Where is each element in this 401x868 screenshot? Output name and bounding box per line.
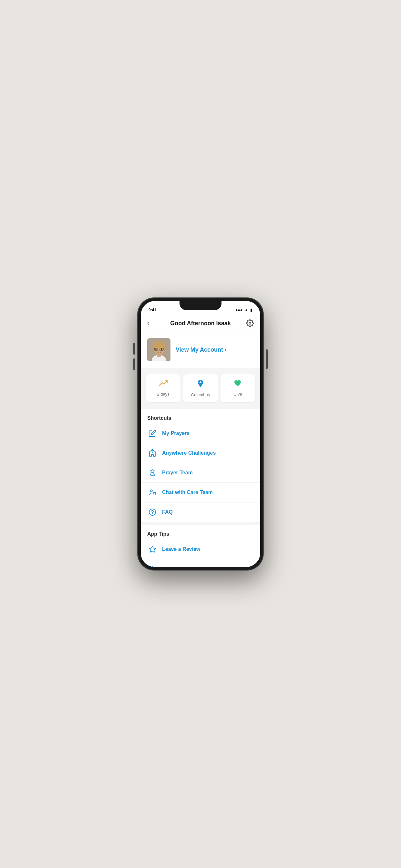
shortcut-chat-care-team-label: Chat with Care Team: [162, 490, 213, 495]
location-icon: [197, 379, 204, 390]
shortcut-faq[interactable]: FAQ: [141, 502, 260, 522]
hands-icon: [147, 468, 158, 478]
stat-location-label: Columbus: [191, 392, 210, 397]
stat-location[interactable]: Columbus: [183, 374, 218, 402]
svg-point-14: [199, 381, 202, 383]
shortcut-prayer-team-label: Prayer Team: [162, 470, 193, 476]
church-icon: [147, 448, 158, 458]
phone-frame: 9:41 ●●● ▲ ▮ ‹ Good Afternoon Isaak: [137, 298, 264, 570]
view-account-link[interactable]: View My Account ›: [176, 346, 226, 353]
wifi-icon: ▲: [244, 308, 248, 312]
svg-point-20: [150, 566, 153, 567]
settings-button[interactable]: [243, 319, 254, 327]
svg-point-16: [150, 490, 152, 492]
stats-row: 2 days Columbus: [141, 370, 260, 406]
shortcuts-section: Shortcuts My Prayers: [141, 409, 260, 522]
pencil-icon: [147, 428, 158, 438]
app-tips-title: App Tips: [141, 525, 260, 539]
svg-point-15: [152, 453, 153, 454]
view-account-arrow: ›: [224, 346, 226, 353]
gear-icon: [246, 319, 254, 327]
svg-point-13: [156, 352, 162, 354]
shortcut-prayer-team[interactable]: Prayer Team: [141, 463, 260, 483]
shortcut-my-prayers[interactable]: My Prayers: [141, 424, 260, 443]
stat-streak-label: 2 days: [157, 392, 169, 397]
svg-point-12: [161, 348, 162, 350]
shortcut-faq-label: FAQ: [162, 509, 173, 515]
shortcut-chat-care-team[interactable]: Chat with Care Team: [141, 483, 260, 502]
profile-section: View My Account ›: [141, 333, 260, 370]
person-chat-icon: [147, 487, 158, 498]
svg-point-11: [155, 348, 157, 350]
tip-complete-account[interactable]: Complete Your Account: [141, 559, 260, 567]
power-button: [266, 349, 268, 369]
volume-up-button: [133, 343, 135, 354]
stat-give[interactable]: Give: [220, 374, 255, 402]
notch: [180, 301, 221, 310]
shortcut-my-prayers-label: My Prayers: [162, 430, 189, 436]
screen-content: ‹ Good Afternoon Isaak: [141, 315, 260, 567]
avatar: [147, 338, 171, 361]
shortcuts-title: Shortcuts: [141, 409, 260, 424]
tip-leave-review-label: Leave a Review: [162, 547, 200, 552]
stat-streak[interactable]: 2 days: [146, 374, 181, 402]
back-button[interactable]: ‹: [147, 319, 158, 328]
volume-down-button: [133, 359, 135, 370]
trending-icon: [159, 379, 168, 389]
person-add-icon: [147, 564, 158, 567]
svg-point-0: [249, 322, 251, 324]
nav-header: ‹ Good Afternoon Isaak: [141, 315, 260, 333]
heart-icon: [234, 379, 242, 389]
tip-leave-review[interactable]: Leave a Review: [141, 539, 260, 559]
shortcut-anywhere-challenges-label: Anywhere Challenges: [162, 450, 216, 456]
app-tips-section: App Tips Leave a Review: [141, 525, 260, 567]
battery-icon: ▮: [250, 308, 252, 312]
phone-screen: 9:41 ●●● ▲ ▮ ‹ Good Afternoon Isaak: [141, 301, 260, 567]
signal-icon: ●●●: [235, 308, 243, 312]
avatar-illustration: [147, 338, 171, 361]
stat-give-label: Give: [234, 392, 242, 397]
question-icon: [147, 507, 158, 517]
shortcut-anywhere-challenges[interactable]: Anywhere Challenges: [141, 443, 260, 463]
star-icon: [147, 544, 158, 554]
section-divider: [147, 522, 254, 522]
page-title: Good Afternoon Isaak: [158, 320, 243, 327]
svg-marker-19: [149, 546, 156, 552]
status-time: 9:41: [149, 308, 156, 312]
view-account-label: View My Account: [176, 346, 223, 353]
tip-complete-account-label: Complete Your Account: [162, 566, 220, 567]
